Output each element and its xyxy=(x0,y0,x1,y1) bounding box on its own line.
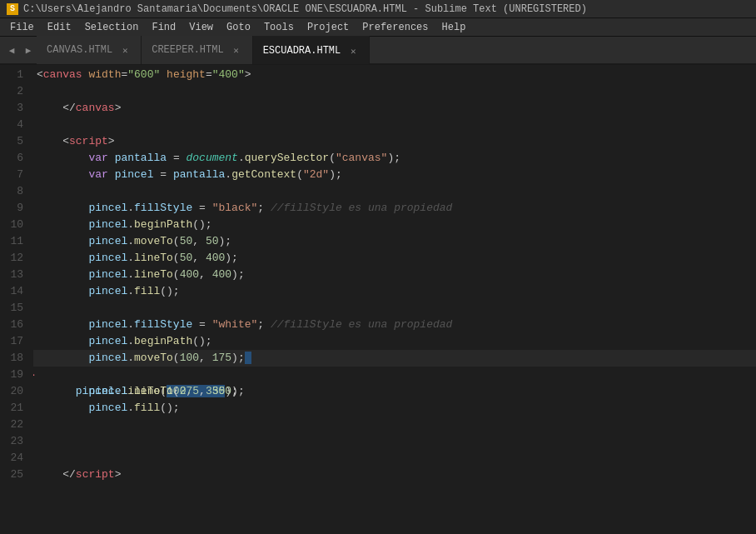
line-num-20: 20 xyxy=(7,383,23,400)
line-num-24: 24 xyxy=(7,450,23,467)
line-num-15: 15 xyxy=(7,300,23,317)
tab-canvas[interactable]: CANVAS.HTML ✕ xyxy=(37,36,142,64)
line-num-25: 25 xyxy=(7,467,23,483)
tab-nav-right[interactable]: ▶ xyxy=(20,36,37,64)
code-line-8 xyxy=(33,183,756,200)
line-num-4: 4 xyxy=(7,117,23,133)
line-num-13: 13 xyxy=(7,267,23,283)
code-line-19: ···pincel.lineTo(100, 350); xyxy=(33,367,756,383)
code-line-10: pincel.beginPath(); xyxy=(33,217,756,233)
tab-escuadra-close[interactable]: ✕ xyxy=(347,45,359,57)
code-line-20: pincel.lineTo(275, 350); xyxy=(33,383,756,400)
tab-creeper-label: CREEPER.HTML xyxy=(152,44,223,56)
tab-creeper[interactable]: CREEPER.HTML ✕ xyxy=(142,36,252,64)
title-bar: S C:\Users\Alejandro Santamaria\Document… xyxy=(0,0,756,18)
code-line-13: pincel.lineTo(400, 400); xyxy=(33,267,756,283)
menu-file[interactable]: File xyxy=(3,20,41,35)
code-line-9: pincel.fillStyle = "black"; //fillStyle … xyxy=(33,200,756,217)
line-num-17: 17 xyxy=(7,333,23,350)
menu-tools[interactable]: Tools xyxy=(257,20,301,35)
code-line-12: pincel.lineTo(50, 400); xyxy=(33,250,756,267)
code-line-23 xyxy=(33,433,756,450)
line-num-21: 21 xyxy=(7,400,23,417)
line-num-12: 12 xyxy=(7,250,23,267)
line-num-23: 23 xyxy=(7,433,23,450)
line-num-16: 16 xyxy=(7,317,23,333)
menu-bar: File Edit Selection Find View Goto Tools… xyxy=(0,18,756,37)
menu-help[interactable]: Help xyxy=(435,20,473,35)
line-numbers: 1 2 3 4 5 6 7 8 9 10 11 12 13 14 15 16 1… xyxy=(0,65,33,534)
tab-escuadra[interactable]: ESCUADRA.HTML ✕ xyxy=(253,36,371,64)
code-line-16: pincel.fillStyle = "white"; //fillStyle … xyxy=(33,317,756,333)
code-line-1: <canvas width="600" height="400"> xyxy=(33,67,756,83)
code-line-14: pincel.fill(); xyxy=(33,283,756,300)
line-num-10: 10 xyxy=(7,217,23,233)
app-icon: S xyxy=(7,3,18,15)
menu-edit[interactable]: Edit xyxy=(41,20,78,35)
line-num-3: 3 xyxy=(7,100,23,117)
line-num-8: 8 xyxy=(7,183,23,200)
menu-project[interactable]: Project xyxy=(301,20,356,35)
tab-nav-left[interactable]: ◀ xyxy=(3,36,20,64)
menu-goto[interactable]: Goto xyxy=(220,20,257,35)
code-line-3: </canvas> xyxy=(33,100,756,117)
code-line-22 xyxy=(33,417,756,433)
code-line-25: </script> xyxy=(33,467,756,483)
tab-canvas-label: CANVAS.HTML xyxy=(47,44,112,56)
title-text: C:\Users\Alejandro Santamaria\Documents\… xyxy=(23,3,587,15)
code-line-17: pincel.beginPath(); xyxy=(33,333,756,350)
line-num-11: 11 xyxy=(7,233,23,250)
menu-preferences[interactable]: Preferences xyxy=(356,20,435,35)
code-line-18: pincel.moveTo(100, 175); xyxy=(33,350,756,367)
line-num-9: 9 xyxy=(7,200,23,217)
menu-view[interactable]: View xyxy=(182,20,220,35)
menu-selection[interactable]: Selection xyxy=(78,20,146,35)
tab-bar: ◀ ▶ CANVAS.HTML ✕ CREEPER.HTML ✕ ESCUADR… xyxy=(0,37,756,65)
code-line-5: <script> xyxy=(33,133,756,150)
code-line-15 xyxy=(33,300,756,317)
code-line-21: pincel.fill(); xyxy=(33,400,756,417)
line-num-1: 1 xyxy=(7,67,23,83)
tab-canvas-close[interactable]: ✕ xyxy=(119,44,131,56)
line-num-5: 5 xyxy=(7,133,23,150)
line-num-6: 6 xyxy=(7,150,23,167)
line-num-7: 7 xyxy=(7,167,23,183)
code-line-4 xyxy=(33,117,756,133)
code-line-24 xyxy=(33,450,756,467)
tab-creeper-close[interactable]: ✕ xyxy=(231,44,242,56)
editor: 1 2 3 4 5 6 7 8 9 10 11 12 13 14 15 16 1… xyxy=(0,65,756,534)
code-line-11: pincel.moveTo(50, 50); xyxy=(33,233,756,250)
line-num-19: 19 xyxy=(7,367,23,383)
code-line-7: var pincel = pantalla.getContext("2d"); xyxy=(33,167,756,183)
code-line-6: var pantalla = document.querySelector("c… xyxy=(33,150,756,167)
code-line-2 xyxy=(33,83,756,100)
code-area[interactable]: <canvas width="600" height="400"> </canv… xyxy=(33,65,756,534)
tab-escuadra-label: ESCUADRA.HTML xyxy=(263,45,341,57)
line-num-2: 2 xyxy=(7,83,23,100)
menu-find[interactable]: Find xyxy=(145,20,182,35)
line-num-14: 14 xyxy=(7,283,23,300)
line-num-18: 18 xyxy=(7,350,23,367)
line-num-22: 22 xyxy=(7,417,23,433)
